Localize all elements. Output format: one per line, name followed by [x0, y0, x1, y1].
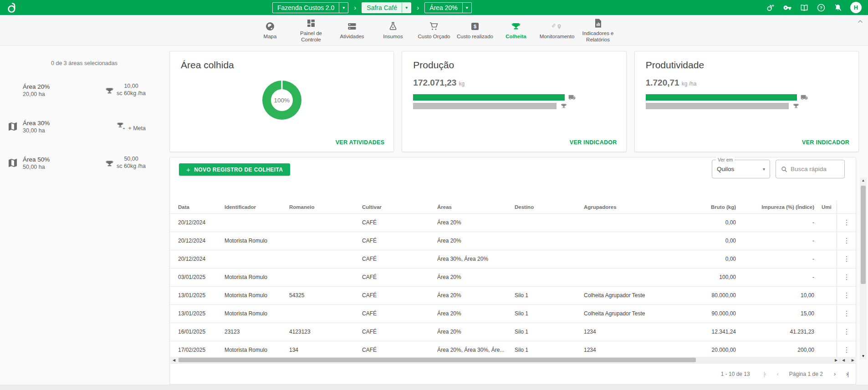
nav-item-custo-realizado[interactable]: $Custo realizado	[457, 20, 493, 40]
production-value: 172.071,23	[413, 78, 456, 88]
hscroll-track[interactable]	[178, 357, 832, 363]
season-selector[interactable]: Safra Café ▾	[362, 2, 411, 13]
nav-item-indicadores-e-relatorios[interactable]: Indicadores e Relatórios	[580, 17, 616, 42]
area-selector[interactable]: Área 20% ▾	[424, 2, 472, 13]
unit-select-label: Ver em	[716, 157, 735, 162]
cell-data: 17/02/2025	[170, 341, 221, 359]
unit-select[interactable]: Ver em Quilos ▾	[712, 160, 770, 178]
page-bottom-strip	[0, 385, 868, 390]
row-actions-kebab-icon[interactable]: ⋮	[837, 250, 857, 268]
areas-sidebar: 0 de 3 áreas selecionadas Área 20%20,00 …	[0, 46, 168, 385]
table-row[interactable]: 20/12/2024CAFÉÁrea 20%0,00-⋮	[170, 213, 857, 232]
area-item-area-50[interactable]: Área 50%50,00 ha50,00sc 60kg /ha	[5, 151, 164, 175]
nav-item-painel-de-controle[interactable]: Painel de Controle	[293, 17, 329, 42]
column-header-identificador[interactable]: Identificador	[221, 201, 286, 213]
row-actions-kebab-icon[interactable]: ⋮	[837, 213, 857, 232]
collapse-nav-icon[interactable]	[856, 18, 864, 26]
nav-item-colheita[interactable]: Colheita	[498, 20, 534, 40]
see-indicator-link[interactable]: VER INDICADOR	[802, 139, 849, 146]
table-row[interactable]: 20/12/2024Motorista RomuloCAFÉÁrea 20%0,…	[170, 232, 857, 250]
key-icon[interactable]	[783, 3, 792, 12]
trophy-icon	[510, 20, 522, 32]
card-title: Produtividade	[646, 60, 848, 71]
cell-identificador: Motorista Romulo	[221, 286, 286, 304]
help-icon[interactable]: ?	[817, 3, 826, 12]
scroll-left-icon[interactable]: ◀	[170, 358, 178, 362]
table-row[interactable]: 13/01/2025Motorista Romulo54325CAFÉÁrea …	[170, 286, 857, 304]
table-row[interactable]: 13/01/2025Motorista RomuloCAFÉÁrea 20%Si…	[170, 304, 857, 323]
column-header-cultivar[interactable]: Cultivar	[358, 201, 434, 213]
last-page-icon[interactable]: ›|	[846, 371, 848, 377]
scroll-down-icon[interactable]: ▼	[862, 353, 865, 360]
column-header-umi[interactable]: Umi	[818, 201, 837, 213]
cell-cultivar: CAFÉ	[358, 323, 434, 341]
nav-item-custo-orcado[interactable]: Custo Orçado	[416, 20, 452, 40]
aegro-logo-icon[interactable]	[6, 2, 18, 14]
cell-identificador	[221, 250, 286, 268]
see-activities-link[interactable]: VER ATIVIDADES	[336, 139, 385, 146]
dollar-square-icon: $	[469, 20, 481, 32]
column-header-agrupadores[interactable]: Agrupadores	[580, 201, 674, 213]
vscroll-thumb[interactable]	[861, 186, 866, 284]
flask-icon	[387, 20, 399, 32]
row-actions-kebab-icon[interactable]: ⋮	[837, 341, 857, 359]
pagination-range: 1 - 10 de 13	[721, 371, 750, 377]
search-input[interactable]	[791, 166, 840, 172]
table-row[interactable]: 20/12/2024CAFÉÁrea 30%, Área 20%0,00-⋮	[170, 250, 857, 268]
area-size: 30,00 ha	[23, 127, 116, 134]
nav-item-insumos[interactable]: Insumos	[375, 20, 411, 40]
user-avatar[interactable]: H	[850, 2, 862, 13]
nav-item-monitoramento[interactable]: PROMonitoramento	[539, 20, 575, 40]
cell-umi	[818, 232, 837, 250]
cell-destino: Silo 1	[511, 323, 580, 341]
column-header-bruto-kg[interactable]: Bruto (kg)	[674, 201, 740, 213]
row-actions-kebab-icon[interactable]: ⋮	[837, 286, 857, 304]
column-header-impureza-indice[interactable]: Impureza (%) (Índice)	[740, 201, 818, 213]
area-goal[interactable]: 50,00sc 60kg /ha	[105, 156, 146, 170]
nav-item-label: Custo Orçado	[418, 34, 450, 40]
scroll-right-icon[interactable]: ▶	[852, 358, 854, 362]
notifications-off-icon[interactable]	[833, 3, 842, 12]
map-icon	[7, 157, 23, 168]
next-page-icon[interactable]: ›	[834, 371, 835, 377]
nav-item-mapa[interactable]: Mapa	[252, 20, 288, 40]
table-row[interactable]: 17/02/2025Motorista Romulo134CAFÉÁrea 20…	[170, 341, 857, 359]
invite-user-icon[interactable]	[766, 3, 775, 12]
scroll-up-icon[interactable]: ▲	[862, 177, 865, 184]
area-goal[interactable]: 10,00sc 60kg /ha	[105, 83, 146, 97]
row-actions-kebab-icon[interactable]: ⋮	[837, 232, 857, 250]
column-header-destino[interactable]: Destino	[511, 201, 580, 213]
row-actions-kebab-icon[interactable]: ⋮	[837, 323, 857, 341]
farm-selector[interactable]: Fazenda Custos 2.0 ▾	[272, 2, 348, 13]
first-page-icon[interactable]: |‹	[764, 371, 766, 377]
cell-identificador: Motorista Romulo	[221, 268, 286, 286]
nav-item-atividades[interactable]: Atividades	[334, 20, 370, 40]
cell-destino	[511, 213, 580, 232]
knowledge-book-icon[interactable]	[800, 3, 809, 12]
previous-page-icon[interactable]: ‹	[777, 371, 778, 377]
top-app-bar: Fazenda Custos 2.0 ▾ › Safra Café ▾ › Ár…	[0, 0, 868, 15]
table-row[interactable]: 03/01/2025Motorista RomuloCAFÉÁrea 20%10…	[170, 268, 857, 286]
row-actions-kebab-icon[interactable]: ⋮	[837, 304, 857, 323]
hscroll-thumb[interactable]	[179, 358, 696, 362]
chevron-down-icon: ▾	[339, 3, 348, 13]
column-header-data[interactable]: Data	[170, 201, 221, 213]
cell-agrupadores: Colheita Agrupador Teste	[580, 286, 674, 304]
globe-icon	[264, 20, 276, 32]
productivity-value: 1.720,71	[646, 78, 679, 88]
area-item-area-20[interactable]: Área 20%20,00 ha10,00sc 60kg /ha	[5, 78, 164, 102]
area-item-area-30[interactable]: Área 30%30,00 ha++ Meta	[5, 115, 164, 138]
scroll-right-icon[interactable]: ▶	[832, 358, 840, 362]
column-header-romaneio[interactable]: Romaneio	[286, 201, 358, 213]
cell-destino	[511, 250, 580, 268]
table-row[interactable]: 16/01/2025231234123123CAFÉÁrea 20%Silo 1…	[170, 323, 857, 341]
new-harvest-record-button[interactable]: + NOVO REGISTRO DE COLHEITA	[179, 163, 290, 176]
see-indicator-link[interactable]: VER INDICADOR	[570, 139, 617, 146]
row-actions-kebab-icon[interactable]: ⋮	[837, 268, 857, 286]
cell-bruto-kg: 90.000,00	[674, 304, 740, 323]
vscroll-track[interactable]	[860, 184, 867, 353]
scroll-left-icon[interactable]: ◀	[842, 358, 845, 362]
area-goal[interactable]: ++ Meta	[116, 121, 146, 132]
cell-impureza-indice: -	[740, 250, 818, 268]
column-header-areas[interactable]: Áreas	[434, 201, 511, 213]
